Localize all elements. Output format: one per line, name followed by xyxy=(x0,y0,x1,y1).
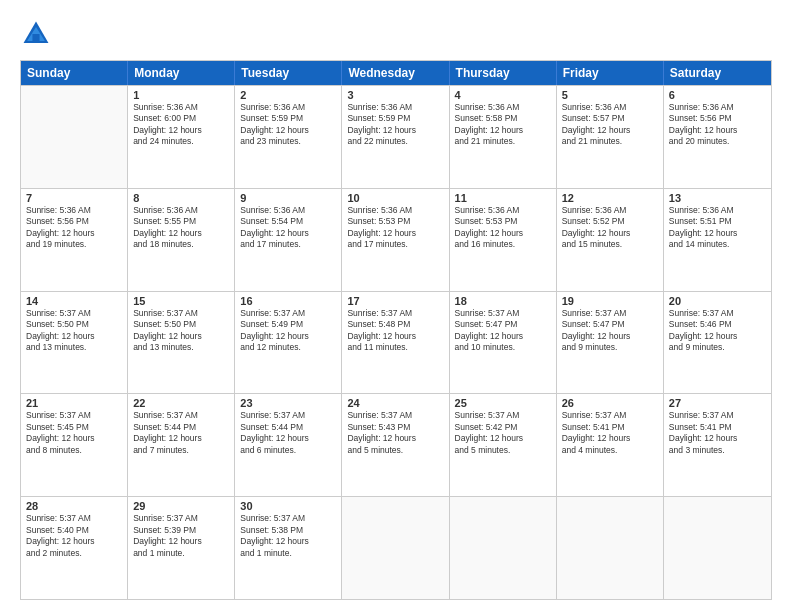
calendar-cell: 12Sunrise: 5:36 AMSunset: 5:52 PMDayligh… xyxy=(557,189,664,291)
cell-line: Daylight: 12 hours xyxy=(133,125,229,136)
cell-line: Sunset: 5:54 PM xyxy=(240,216,336,227)
cell-line: Sunrise: 5:37 AM xyxy=(133,308,229,319)
calendar-cell xyxy=(664,497,771,599)
calendar-cell: 3Sunrise: 5:36 AMSunset: 5:59 PMDaylight… xyxy=(342,86,449,188)
calendar-cell: 13Sunrise: 5:36 AMSunset: 5:51 PMDayligh… xyxy=(664,189,771,291)
cell-line: Sunrise: 5:37 AM xyxy=(26,513,122,524)
cell-line: Daylight: 12 hours xyxy=(669,331,766,342)
weekday-header: Wednesday xyxy=(342,61,449,85)
cell-line: and 12 minutes. xyxy=(240,342,336,353)
cell-line: Sunrise: 5:37 AM xyxy=(26,410,122,421)
cell-line: Sunrise: 5:36 AM xyxy=(347,102,443,113)
day-number: 19 xyxy=(562,295,658,307)
header xyxy=(20,18,772,50)
cell-line: Daylight: 12 hours xyxy=(455,433,551,444)
calendar-cell: 16Sunrise: 5:37 AMSunset: 5:49 PMDayligh… xyxy=(235,292,342,394)
cell-line: and 15 minutes. xyxy=(562,239,658,250)
cell-line: and 1 minute. xyxy=(133,548,229,559)
calendar-cell: 1Sunrise: 5:36 AMSunset: 6:00 PMDaylight… xyxy=(128,86,235,188)
cell-line: and 17 minutes. xyxy=(240,239,336,250)
cell-line: Daylight: 12 hours xyxy=(455,228,551,239)
cell-line: and 2 minutes. xyxy=(26,548,122,559)
cell-line: and 13 minutes. xyxy=(133,342,229,353)
day-number: 30 xyxy=(240,500,336,512)
day-number: 16 xyxy=(240,295,336,307)
logo-icon xyxy=(20,18,52,50)
calendar-cell xyxy=(21,86,128,188)
day-number: 12 xyxy=(562,192,658,204)
calendar-cell: 24Sunrise: 5:37 AMSunset: 5:43 PMDayligh… xyxy=(342,394,449,496)
calendar-cell: 22Sunrise: 5:37 AMSunset: 5:44 PMDayligh… xyxy=(128,394,235,496)
day-number: 6 xyxy=(669,89,766,101)
cell-line: Sunrise: 5:36 AM xyxy=(669,205,766,216)
day-number: 22 xyxy=(133,397,229,409)
cell-line: Daylight: 12 hours xyxy=(562,433,658,444)
cell-line: Sunset: 5:48 PM xyxy=(347,319,443,330)
cell-line: Daylight: 12 hours xyxy=(133,331,229,342)
calendar-cell: 17Sunrise: 5:37 AMSunset: 5:48 PMDayligh… xyxy=(342,292,449,394)
cell-line: Sunset: 5:44 PM xyxy=(240,422,336,433)
calendar-cell: 14Sunrise: 5:37 AMSunset: 5:50 PMDayligh… xyxy=(21,292,128,394)
cell-line: and 21 minutes. xyxy=(455,136,551,147)
cell-line: and 20 minutes. xyxy=(669,136,766,147)
day-number: 15 xyxy=(133,295,229,307)
cell-line: Sunset: 5:59 PM xyxy=(347,113,443,124)
cell-line: and 16 minutes. xyxy=(455,239,551,250)
cell-line: Daylight: 12 hours xyxy=(133,536,229,547)
cell-line: and 17 minutes. xyxy=(347,239,443,250)
calendar-cell: 27Sunrise: 5:37 AMSunset: 5:41 PMDayligh… xyxy=(664,394,771,496)
cell-line: Daylight: 12 hours xyxy=(133,433,229,444)
day-number: 23 xyxy=(240,397,336,409)
cell-line: Daylight: 12 hours xyxy=(26,433,122,444)
calendar-cell: 30Sunrise: 5:37 AMSunset: 5:38 PMDayligh… xyxy=(235,497,342,599)
day-number: 2 xyxy=(240,89,336,101)
calendar-cell: 20Sunrise: 5:37 AMSunset: 5:46 PMDayligh… xyxy=(664,292,771,394)
cell-line: Sunset: 5:51 PM xyxy=(669,216,766,227)
cell-line: Sunset: 5:38 PM xyxy=(240,525,336,536)
cell-line: Sunset: 5:45 PM xyxy=(26,422,122,433)
cell-line: Sunrise: 5:37 AM xyxy=(240,513,336,524)
cell-line: and 9 minutes. xyxy=(562,342,658,353)
cell-line: and 24 minutes. xyxy=(133,136,229,147)
day-number: 18 xyxy=(455,295,551,307)
day-number: 29 xyxy=(133,500,229,512)
cell-line: and 9 minutes. xyxy=(669,342,766,353)
calendar-cell: 23Sunrise: 5:37 AMSunset: 5:44 PMDayligh… xyxy=(235,394,342,496)
cell-line: and 1 minute. xyxy=(240,548,336,559)
day-number: 9 xyxy=(240,192,336,204)
cell-line: Sunset: 5:55 PM xyxy=(133,216,229,227)
cell-line: Sunset: 5:47 PM xyxy=(562,319,658,330)
weekday-header: Thursday xyxy=(450,61,557,85)
cell-line: Sunrise: 5:37 AM xyxy=(669,308,766,319)
cell-line: Sunset: 5:46 PM xyxy=(669,319,766,330)
day-number: 1 xyxy=(133,89,229,101)
cell-line: Sunrise: 5:37 AM xyxy=(669,410,766,421)
cell-line: and 10 minutes. xyxy=(455,342,551,353)
calendar-cell: 25Sunrise: 5:37 AMSunset: 5:42 PMDayligh… xyxy=(450,394,557,496)
cell-line: Daylight: 12 hours xyxy=(669,228,766,239)
calendar-header: SundayMondayTuesdayWednesdayThursdayFrid… xyxy=(21,61,771,85)
cell-line: Sunset: 5:58 PM xyxy=(455,113,551,124)
cell-line: Daylight: 12 hours xyxy=(240,228,336,239)
cell-line: Daylight: 12 hours xyxy=(669,433,766,444)
cell-line: Sunrise: 5:36 AM xyxy=(240,102,336,113)
calendar-cell: 19Sunrise: 5:37 AMSunset: 5:47 PMDayligh… xyxy=(557,292,664,394)
calendar-cell: 9Sunrise: 5:36 AMSunset: 5:54 PMDaylight… xyxy=(235,189,342,291)
cell-line: Sunrise: 5:36 AM xyxy=(240,205,336,216)
cell-line: and 22 minutes. xyxy=(347,136,443,147)
cell-line: Daylight: 12 hours xyxy=(26,331,122,342)
cell-line: Daylight: 12 hours xyxy=(455,331,551,342)
cell-line: Sunset: 5:57 PM xyxy=(562,113,658,124)
cell-line: Daylight: 12 hours xyxy=(240,125,336,136)
calendar-cell: 29Sunrise: 5:37 AMSunset: 5:39 PMDayligh… xyxy=(128,497,235,599)
cell-line: Sunset: 5:50 PM xyxy=(26,319,122,330)
cell-line: Daylight: 12 hours xyxy=(347,228,443,239)
day-number: 7 xyxy=(26,192,122,204)
svg-rect-2 xyxy=(32,34,39,43)
cell-line: Daylight: 12 hours xyxy=(26,228,122,239)
day-number: 28 xyxy=(26,500,122,512)
cell-line: Sunrise: 5:37 AM xyxy=(347,308,443,319)
cell-line: Daylight: 12 hours xyxy=(240,536,336,547)
calendar-cell xyxy=(342,497,449,599)
cell-line: Sunset: 5:41 PM xyxy=(669,422,766,433)
